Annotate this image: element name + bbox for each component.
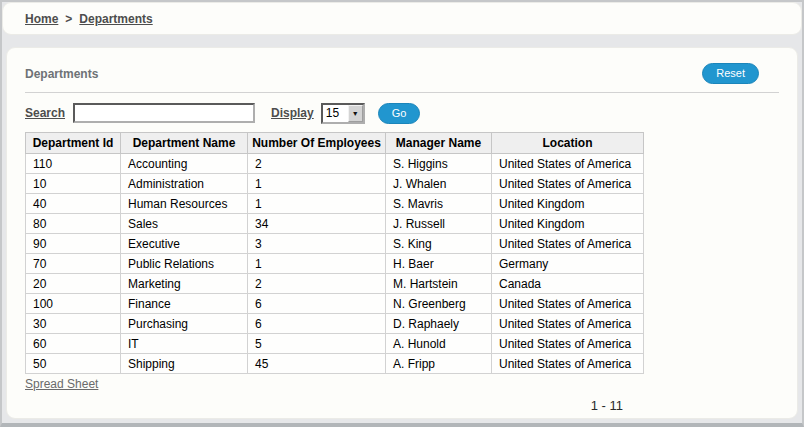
table-cell: J. Russell <box>386 214 492 234</box>
table-cell: Executive <box>121 234 248 254</box>
display-select-value: 15 <box>323 105 348 122</box>
table-cell: 3 <box>248 234 386 254</box>
table-cell: IT <box>121 334 248 354</box>
table-cell: 80 <box>26 214 121 234</box>
table-cell: A. Fripp <box>386 354 492 374</box>
column-header: Number Of Employees <box>248 133 386 154</box>
page-title: Departments <box>25 67 98 81</box>
table-cell: United States of America <box>492 314 644 334</box>
table-cell: S. Mavris <box>386 194 492 214</box>
table-cell: Germany <box>492 254 644 274</box>
table-cell: A. Hunold <box>386 334 492 354</box>
table-cell: 110 <box>26 154 121 174</box>
table-cell: 70 <box>26 254 121 274</box>
breadcrumb-separator: > <box>65 12 72 26</box>
table-cell: S. King <box>386 234 492 254</box>
table-row: 100Finance6N. GreenbergUnited States of … <box>26 294 644 314</box>
table-cell: United States of America <box>492 294 644 314</box>
spread-sheet-link[interactable]: Spread Sheet <box>25 377 98 391</box>
table-cell: S. Higgins <box>386 154 492 174</box>
departments-region: Departments Reset Search Display 15 ▼ Go… <box>6 47 798 419</box>
search-label-link[interactable]: Search <box>25 106 65 120</box>
table-cell: 50 <box>26 354 121 374</box>
breadcrumb-link-home[interactable]: Home <box>25 12 58 26</box>
table-row: 20Marketing2M. HartsteinCanada <box>26 274 644 294</box>
table-cell: D. Raphaely <box>386 314 492 334</box>
table-cell: 5 <box>248 334 386 354</box>
table-cell: M. Hartstein <box>386 274 492 294</box>
table-cell: 2 <box>248 154 386 174</box>
table-cell: United Kingdom <box>492 214 644 234</box>
region-header: Departments Reset <box>25 48 779 84</box>
table-cell: United States of America <box>492 334 644 354</box>
reset-button[interactable]: Reset <box>702 63 759 84</box>
table-cell: 30 <box>26 314 121 334</box>
table-cell: N. Greenberg <box>386 294 492 314</box>
table-row: 90Executive3S. KingUnited States of Amer… <box>26 234 644 254</box>
table-cell: 10 <box>26 174 121 194</box>
table-cell: 100 <box>26 294 121 314</box>
table-row: 30Purchasing6D. RaphaelyUnited States of… <box>26 314 644 334</box>
table-cell: United Kingdom <box>492 194 644 214</box>
table-cell: United States of America <box>492 174 644 194</box>
column-header: Department Name <box>121 133 248 154</box>
search-toolbar: Search Display 15 ▼ Go <box>25 101 779 125</box>
table-cell: United States of America <box>492 234 644 254</box>
display-label-link[interactable]: Display <box>271 106 314 120</box>
table-cell: J. Whalen <box>386 174 492 194</box>
header-divider <box>25 92 779 93</box>
table-cell: 6 <box>248 294 386 314</box>
app-window: Home > Departments Departments Reset Sea… <box>0 0 804 427</box>
table-cell: 1 <box>248 254 386 274</box>
table-row: 80Sales34J. RussellUnited Kingdom <box>26 214 644 234</box>
table-row: 70Public Relations1H. BaerGermany <box>26 254 644 274</box>
table-row: 110Accounting2S. HigginsUnited States of… <box>26 154 644 174</box>
table-cell: Administration <box>121 174 248 194</box>
table-cell: 2 <box>248 274 386 294</box>
table-cell: Public Relations <box>121 254 248 274</box>
column-header: Department Id <box>26 133 121 154</box>
table-cell: 6 <box>248 314 386 334</box>
table-cell: 60 <box>26 334 121 354</box>
table-cell: 20 <box>26 274 121 294</box>
dropdown-arrow-icon[interactable]: ▼ <box>348 105 363 122</box>
table-cell: Canada <box>492 274 644 294</box>
table-cell: Finance <box>121 294 248 314</box>
table-cell: United States of America <box>492 154 644 174</box>
breadcrumb: Home > Departments <box>2 2 802 35</box>
table-row: 10Administration1J. WhalenUnited States … <box>26 174 644 194</box>
go-button[interactable]: Go <box>378 103 421 124</box>
table-row: 50Shipping45A. FrippUnited States of Ame… <box>26 354 644 374</box>
table-cell: Marketing <box>121 274 248 294</box>
table-cell: Accounting <box>121 154 248 174</box>
table-cell: Human Resources <box>121 194 248 214</box>
column-header: Location <box>492 133 644 154</box>
display-select[interactable]: 15 ▼ <box>321 103 365 124</box>
table-cell: H. Baer <box>386 254 492 274</box>
table-cell: 90 <box>26 234 121 254</box>
table-cell: United States of America <box>492 354 644 374</box>
breadcrumb-link-departments[interactable]: Departments <box>79 12 152 26</box>
table-cell: 45 <box>248 354 386 374</box>
table-cell: 1 <box>248 174 386 194</box>
departments-table: Department IdDepartment NameNumber Of Em… <box>25 132 644 374</box>
table-row: 60IT5A. HunoldUnited States of America <box>26 334 644 354</box>
table-header-row: Department IdDepartment NameNumber Of Em… <box>26 133 644 154</box>
table-cell: 34 <box>248 214 386 234</box>
table-row: 40Human Resources1S. MavrisUnited Kingdo… <box>26 194 644 214</box>
pagination: 1 - 11 <box>25 398 643 413</box>
column-header: Manager Name <box>386 133 492 154</box>
search-input[interactable] <box>73 103 255 123</box>
table-cell: Purchasing <box>121 314 248 334</box>
table-cell: 40 <box>26 194 121 214</box>
table-cell: Shipping <box>121 354 248 374</box>
table-cell: 1 <box>248 194 386 214</box>
table-cell: Sales <box>121 214 248 234</box>
